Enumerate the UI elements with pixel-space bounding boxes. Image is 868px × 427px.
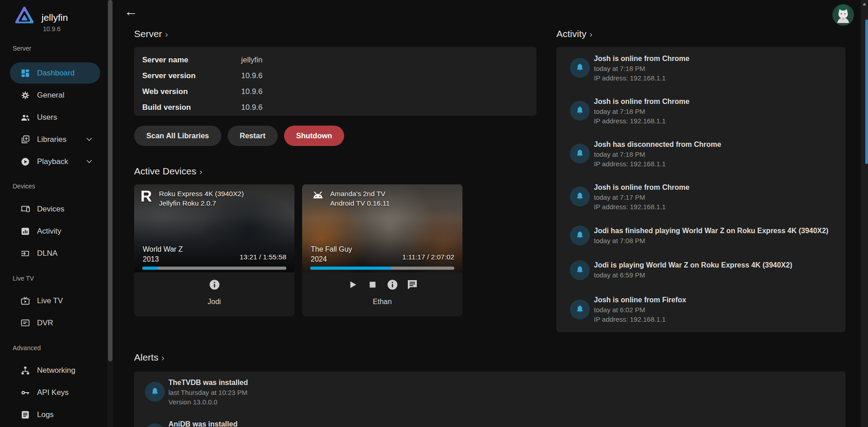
client-version: Android TV 0.16.11	[330, 198, 390, 208]
now-playing-year: 2013	[143, 255, 159, 263]
sidebar-item-dashboard[interactable]: Dashboard	[10, 62, 100, 84]
bell-icon	[145, 423, 165, 427]
activity-card: Josh is online from Chrome today at 7:18…	[556, 47, 845, 332]
page-scrollbar-thumb[interactable]	[865, 19, 868, 164]
now-playing-backdrop: Amanda's 2nd TV Android TV 0.16.11 The F…	[302, 184, 462, 272]
sidebar-item-live-tv[interactable]: Live TV	[10, 290, 100, 311]
client-version: Jellyfin Roku 2.0.7	[159, 198, 244, 208]
sidebar-section-livetv: Live TV	[13, 275, 34, 282]
heading-chevron-icon: ›	[162, 353, 164, 362]
server-info-row: Server version 10.9.6	[142, 71, 262, 81]
server-info-row: Web version 10.9.6	[142, 87, 262, 97]
playback-progress-fill	[310, 267, 391, 270]
restart-button[interactable]: Restart	[228, 126, 278, 146]
bell-icon	[570, 225, 590, 245]
info-button[interactable]	[386, 278, 399, 291]
sidebar-item-dvr[interactable]: DVR	[10, 312, 100, 333]
play-circle-icon	[20, 157, 30, 167]
sidebar-item-label: Networking	[37, 366, 75, 375]
roku-logo-icon: R	[140, 187, 152, 205]
build-version-value: 10.9.6	[241, 103, 262, 113]
live-tv-icon	[20, 296, 30, 306]
sidebar-item-activity[interactable]: Activity	[10, 221, 100, 242]
bell-icon	[570, 260, 590, 280]
info-button[interactable]	[208, 278, 221, 291]
sidebar-item-api-keys[interactable]: API Keys	[10, 382, 100, 403]
playback-progress-fill	[142, 267, 158, 270]
bell-icon	[570, 187, 590, 206]
device-card-roku[interactable]: R Roku Express 4K (3940X2) Jellyfin Roku…	[134, 184, 294, 316]
sidebar-item-libraries[interactable]: Libraries	[10, 129, 100, 150]
device-card-android-tv[interactable]: Amanda's 2nd TV Android TV 0.16.11 The F…	[302, 184, 462, 316]
users-icon	[20, 113, 30, 122]
now-playing-title: World War Z	[143, 245, 183, 253]
sidebar-item-general[interactable]: General	[10, 84, 100, 106]
server-info-row: Build version 10.9.6	[142, 103, 262, 113]
sidebar-item-networking[interactable]: Networking	[10, 360, 100, 381]
sidebar-item-devices[interactable]: Devices	[10, 198, 100, 220]
alerts-card: TheTVDB was installed last Thursday at 1…	[134, 371, 845, 427]
alerts-heading[interactable]: Alerts›	[134, 352, 164, 363]
jellyfin-dashboard: jellyfin 10.9.6 Server Dashboard G	[0, 0, 868, 427]
server-name-value: jellyfin	[241, 56, 262, 66]
key-icon	[20, 388, 30, 398]
bell-icon	[570, 101, 590, 121]
jellyfin-logo-icon	[15, 6, 34, 25]
sidebar-scrollbar-thumb[interactable]	[108, 0, 112, 361]
device-card-footer: Ethan	[302, 272, 462, 316]
info-icon	[386, 278, 399, 291]
server-version-value: 10.9.6	[241, 71, 262, 81]
heading-chevron-icon: ›	[200, 167, 202, 176]
playback-progress	[310, 267, 454, 270]
network-icon	[20, 366, 30, 375]
sidebar-item-users[interactable]: Users	[10, 107, 100, 128]
active-devices-heading[interactable]: Active Devices›	[134, 166, 202, 177]
scan-all-libraries-button[interactable]: Scan All Libraries	[134, 126, 221, 146]
sidebar-section-advanced: Advanced	[13, 344, 41, 352]
now-playing-title: The Fall Guy	[311, 245, 352, 253]
scroll-up-arrow-icon[interactable]	[863, 3, 866, 5]
device-name: Amanda's 2nd TV	[330, 189, 390, 198]
activity-heading[interactable]: Activity›	[556, 28, 593, 39]
sidebar-item-label: Live TV	[37, 296, 63, 305]
sidebar: jellyfin 10.9.6 Server Dashboard G	[0, 0, 115, 427]
sidebar-item-dlna[interactable]: DLNA	[10, 243, 100, 264]
server-actions: Scan All Libraries Restart Shutdown	[134, 126, 344, 146]
sidebar-item-label: Logs	[37, 410, 54, 419]
play-button[interactable]	[346, 278, 359, 291]
web-version-value: 10.9.6	[241, 87, 262, 97]
sidebar-item-label: DLNA	[37, 249, 57, 258]
info-icon	[208, 278, 221, 291]
message-button[interactable]	[406, 278, 419, 291]
sidebar-item-playback[interactable]: Playback	[10, 151, 100, 172]
dlna-input-icon	[20, 249, 30, 258]
user-avatar[interactable]	[832, 4, 854, 26]
device-card-footer: Jodi	[134, 272, 294, 316]
chevron-down-icon	[85, 136, 93, 143]
activity-chart-icon	[20, 226, 30, 236]
stop-icon	[366, 278, 379, 291]
sidebar-item-label: Devices	[37, 205, 64, 214]
sidebar-item-label: Dashboard	[37, 69, 75, 78]
sidebar-item-label: Users	[37, 113, 57, 122]
server-section-heading[interactable]: Server›	[134, 28, 168, 39]
page-scrollbar[interactable]	[861, 0, 868, 427]
app-title: jellyfin	[42, 12, 68, 23]
heading-chevron-icon: ›	[590, 30, 593, 39]
session-user: Jodi	[134, 298, 294, 306]
dvr-icon	[20, 318, 30, 328]
back-button[interactable]: ←	[124, 4, 138, 19]
sidebar-item-label: Playback	[37, 157, 68, 166]
sidebar-scrollbar[interactable]	[107, 0, 113, 427]
playback-time: 1:11:17 / 2:07:02	[402, 253, 454, 261]
stop-button[interactable]	[366, 278, 379, 291]
sidebar-item-label: API Keys	[37, 388, 69, 397]
app-logo	[15, 6, 34, 25]
heading-chevron-icon: ›	[165, 30, 168, 39]
server-info-row: Server name jellyfin	[142, 56, 262, 66]
chat-icon	[406, 278, 419, 291]
session-user: Ethan	[302, 298, 462, 306]
shutdown-button[interactable]: Shutdown	[284, 126, 345, 146]
library-add-icon	[20, 135, 30, 145]
sidebar-item-logs[interactable]: Logs	[10, 404, 100, 425]
